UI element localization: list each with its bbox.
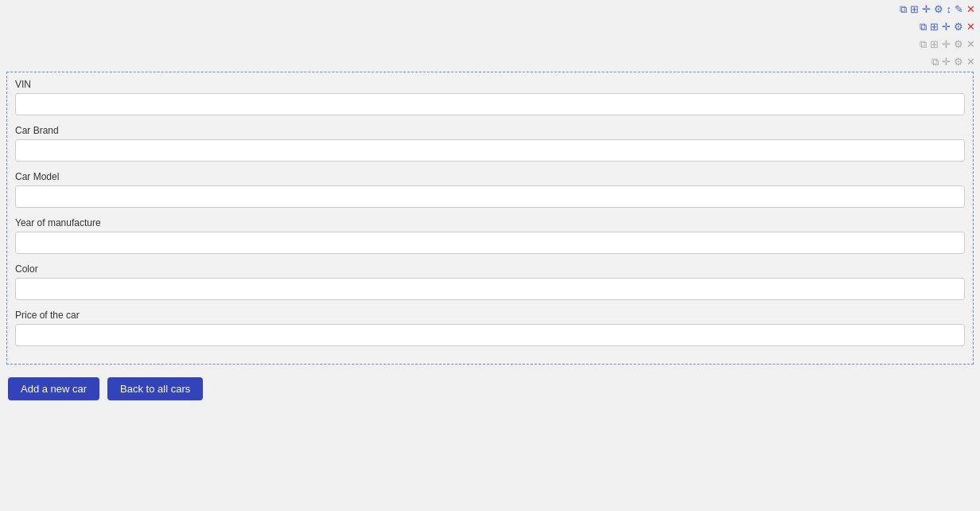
add-new-car-button[interactable]: Add a new car <box>8 377 99 400</box>
price-input[interactable] <box>15 324 965 346</box>
settings-icon-4[interactable]: ⚙ <box>954 57 963 67</box>
edit-icon[interactable]: ✎ <box>955 4 963 14</box>
back-to-all-cars-button[interactable]: Back to all cars <box>107 377 203 400</box>
close-icon[interactable]: ✕ <box>966 4 975 14</box>
price-field: Price of the car <box>15 310 965 346</box>
settings-icon[interactable]: ⚙ <box>934 4 943 14</box>
add-icon-4[interactable]: ✛ <box>942 57 951 67</box>
color-label: Color <box>15 263 965 275</box>
color-field: Color <box>15 263 965 300</box>
close-icon-4[interactable]: ✕ <box>966 57 975 67</box>
close-icon-2[interactable]: ✕ <box>966 21 975 32</box>
car-model-label: Car Model <box>15 171 965 182</box>
car-model-field: Car Model <box>15 171 965 208</box>
year-manufacture-field: Year of manufacture <box>15 217 965 254</box>
car-model-input[interactable] <box>15 185 965 208</box>
add-icon-2[interactable]: ✛ <box>942 21 951 32</box>
form-container: VIN Car Brand Car Model Year of manufact… <box>6 72 974 365</box>
copy-icon-2[interactable]: ⧉ <box>920 21 927 32</box>
add-icon[interactable]: ✛ <box>922 4 931 14</box>
color-input[interactable] <box>15 278 965 300</box>
car-brand-field: Car Brand <box>15 125 965 162</box>
copy-icon-4[interactable]: ⧉ <box>931 57 939 67</box>
price-label: Price of the car <box>15 310 965 321</box>
toolbar-row-4: ⧉ ✛ ⚙ ✕ <box>0 53 980 70</box>
grid-icon[interactable]: ⊞ <box>910 4 919 14</box>
car-brand-label: Car Brand <box>15 125 965 136</box>
add-icon-3[interactable]: ✛ <box>942 39 951 49</box>
year-manufacture-input[interactable] <box>15 232 965 254</box>
settings-icon-2[interactable]: ⚙ <box>954 21 963 32</box>
grid-icon-2[interactable]: ⊞ <box>930 21 939 32</box>
toolbar-row-3: ⧉ ⊞ ✛ ⚙ ✕ <box>0 35 980 53</box>
vin-input[interactable] <box>15 93 965 115</box>
close-icon-3[interactable]: ✕ <box>966 39 975 49</box>
vin-field: VIN <box>15 79 965 115</box>
settings-icon-3[interactable]: ⚙ <box>954 39 963 49</box>
move-icon[interactable]: ↕ <box>947 4 952 14</box>
year-manufacture-label: Year of manufacture <box>15 217 965 228</box>
copy-icon[interactable]: ⧉ <box>900 4 907 14</box>
car-brand-input[interactable] <box>15 139 965 162</box>
toolbar-row-2: ⧉ ⊞ ✛ ⚙ ✕ <box>0 18 980 35</box>
copy-icon-3[interactable]: ⧉ <box>920 39 927 49</box>
grid-icon-3[interactable]: ⊞ <box>930 39 939 49</box>
vin-label: VIN <box>15 79 965 90</box>
button-row: Add a new car Back to all cars <box>0 366 980 408</box>
toolbar-row-1: ⧉ ⊞ ✛ ⚙ ↕ ✎ ✕ <box>0 0 980 18</box>
